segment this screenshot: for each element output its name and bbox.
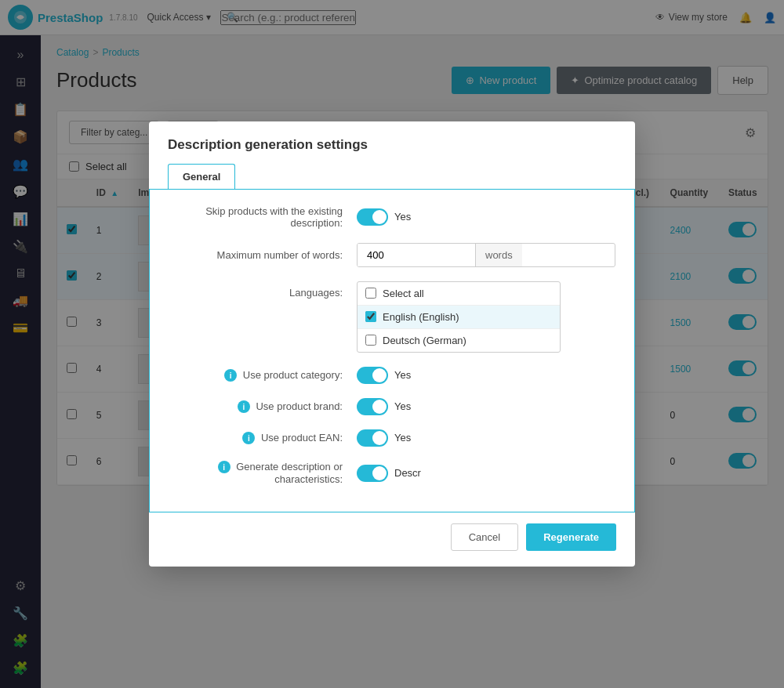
german-language-checkbox[interactable]	[365, 335, 376, 346]
info-icon-ean: i	[242, 432, 255, 444]
use-category-text: Use product category:	[243, 369, 343, 381]
use-ean-control: Yes	[357, 429, 615, 447]
use-category-row: i Use product category: Yes	[169, 367, 615, 384]
use-brand-toggle-wrap: Yes	[357, 398, 615, 415]
tab-general[interactable]: General	[168, 164, 235, 189]
use-ean-label: i Use product EAN:	[169, 432, 357, 445]
skip-products-toggle-label: Yes	[394, 211, 411, 223]
languages-control: Select all English (English) Deutsch (Ge…	[357, 281, 615, 353]
use-ean-text: Use product EAN:	[261, 432, 343, 444]
language-german-row[interactable]: Deutsch (German)	[358, 329, 560, 352]
modal-title: Description generation settings	[168, 137, 616, 153]
skip-products-toggle[interactable]	[357, 208, 388, 226]
use-ean-toggle[interactable]	[357, 429, 388, 447]
generate-desc-toggle-label: Descr	[394, 467, 421, 479]
skip-products-label: Skip products with the existing descript…	[169, 205, 357, 229]
use-brand-row: i Use product brand: Yes	[169, 398, 615, 415]
generate-desc-text: Generate description or characteristics:	[236, 461, 343, 486]
use-category-control: Yes	[357, 367, 615, 384]
language-select-all-row[interactable]: Select all	[358, 282, 560, 306]
use-brand-label: i Use product brand:	[169, 400, 357, 414]
modal-header: Description generation settings General	[149, 121, 635, 189]
skip-products-toggle-wrap: Yes	[357, 208, 615, 226]
max-words-control: words	[357, 243, 615, 267]
generate-desc-label: i Generate description or characteristic…	[169, 461, 357, 486]
english-language-label: English (English)	[383, 311, 459, 323]
use-category-toggle-wrap: Yes	[357, 367, 615, 384]
modal-tabs: General	[168, 164, 616, 189]
languages-label: Languages:	[169, 281, 357, 299]
languages-row: Languages: Select all English (English)	[169, 281, 615, 353]
use-brand-toggle-label: Yes	[394, 400, 411, 412]
max-words-label: Maximum number of words:	[169, 249, 357, 261]
use-category-toggle-label: Yes	[394, 369, 411, 381]
use-brand-toggle[interactable]	[357, 398, 388, 415]
skip-products-control: Yes	[357, 208, 615, 226]
words-input-wrap: words	[357, 243, 615, 267]
german-language-label: Deutsch (German)	[383, 335, 466, 346]
select-all-languages-checkbox[interactable]	[365, 288, 376, 299]
words-suffix: words	[475, 244, 522, 266]
language-english-row[interactable]: English (English)	[358, 306, 560, 329]
modal-dialog: Description generation settings General …	[149, 121, 635, 567]
modal-body: Skip products with the existing descript…	[149, 189, 635, 513]
select-all-languages-label: Select all	[383, 288, 424, 299]
modal-footer: Cancel Regenerate	[149, 512, 635, 567]
info-icon-category: i	[224, 369, 237, 382]
max-words-row: Maximum number of words: words	[169, 243, 615, 267]
use-ean-row: i Use product EAN: Yes	[169, 429, 615, 447]
cancel-button[interactable]: Cancel	[451, 523, 518, 551]
info-icon-generate: i	[218, 461, 230, 473]
generate-desc-toggle[interactable]	[357, 465, 388, 482]
generate-desc-control: Descr	[357, 465, 615, 482]
regenerate-button[interactable]: Regenerate	[526, 523, 616, 551]
use-brand-control: Yes	[357, 398, 615, 415]
generate-desc-row: i Generate description or characteristic…	[169, 461, 615, 486]
max-words-input[interactable]	[358, 244, 475, 266]
english-language-checkbox[interactable]	[365, 311, 376, 322]
modal-overlay: Description generation settings General …	[0, 0, 784, 688]
use-brand-text: Use product brand:	[256, 400, 343, 412]
use-ean-toggle-label: Yes	[394, 432, 411, 444]
generate-desc-toggle-wrap: Descr	[357, 465, 615, 482]
use-category-toggle[interactable]	[357, 367, 388, 384]
info-icon-brand: i	[238, 400, 250, 413]
languages-dropdown: Select all English (English) Deutsch (Ge…	[357, 281, 561, 353]
skip-products-row: Skip products with the existing descript…	[169, 205, 615, 229]
use-category-label: i Use product category:	[169, 369, 357, 382]
use-ean-toggle-wrap: Yes	[357, 429, 615, 447]
